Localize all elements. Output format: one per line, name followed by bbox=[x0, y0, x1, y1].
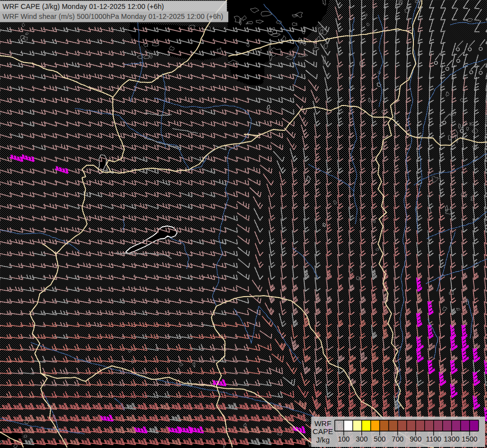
svg-text:WRF CAPE (J/kg) Monday 01-12-2: WRF CAPE (J/kg) Monday 01-12-2025 12:00 … bbox=[2, 2, 164, 10]
svg-text:300: 300 bbox=[356, 435, 368, 443]
svg-text:1100: 1100 bbox=[426, 435, 441, 443]
svg-text:100: 100 bbox=[338, 435, 350, 443]
svg-text:500: 500 bbox=[374, 435, 386, 443]
svg-text:WRF: WRF bbox=[314, 419, 331, 428]
svg-text:J/kg: J/kg bbox=[316, 436, 330, 444]
svg-text:WRF Wind shear (m/s) 500/1000h: WRF Wind shear (m/s) 500/1000hPa Monday … bbox=[2, 12, 223, 20]
svg-text:1300: 1300 bbox=[444, 435, 460, 443]
svg-text:CAPE: CAPE bbox=[313, 427, 333, 436]
svg-text:1500: 1500 bbox=[462, 435, 478, 443]
svg-text:900: 900 bbox=[410, 435, 422, 443]
svg-text:700: 700 bbox=[391, 435, 403, 443]
